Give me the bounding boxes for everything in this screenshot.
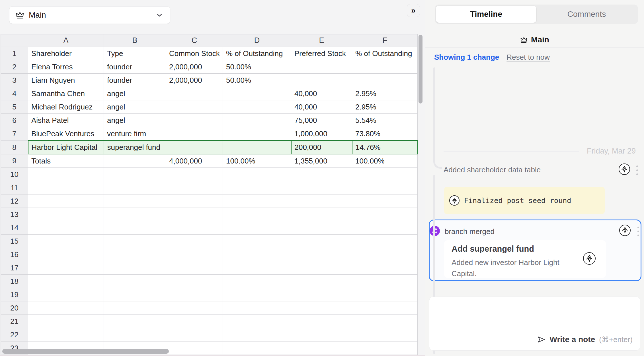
row-number[interactable]: 1 (1, 47, 28, 60)
tab-timeline[interactable]: Timeline (436, 6, 536, 23)
cell[interactable] (223, 114, 291, 127)
cell[interactable] (223, 208, 291, 221)
collapse-panel-button[interactable]: » (407, 4, 420, 17)
cell[interactable] (352, 315, 418, 328)
cell[interactable] (104, 315, 166, 328)
cell[interactable] (291, 208, 352, 221)
cell[interactable] (291, 248, 352, 261)
cell[interactable] (352, 275, 418, 288)
cell[interactable] (223, 87, 291, 100)
cell[interactable] (223, 100, 291, 114)
cell[interactable]: 5.54% (352, 114, 418, 127)
cell[interactable] (104, 181, 166, 194)
cell[interactable] (28, 221, 104, 235)
cell[interactable]: angel (104, 100, 166, 114)
cell[interactable]: % of Outstanding (352, 47, 418, 60)
row-number[interactable]: 9 (1, 154, 28, 168)
cell[interactable] (223, 315, 291, 328)
cell[interactable] (352, 74, 418, 87)
cell[interactable] (352, 301, 418, 315)
cell[interactable] (166, 194, 223, 208)
grid-corner-cell[interactable] (1, 34, 28, 47)
cell[interactable] (104, 288, 166, 301)
cell[interactable] (104, 194, 166, 208)
row-number[interactable]: 16 (1, 248, 28, 261)
cell[interactable] (28, 168, 104, 181)
cell[interactable] (223, 127, 291, 141)
cell[interactable]: Samantha Chen (28, 87, 104, 100)
cell[interactable]: Harbor Light Capital (28, 140, 104, 154)
cell[interactable]: 4,000,000 (166, 154, 223, 168)
cell[interactable] (104, 154, 166, 168)
cell[interactable] (104, 275, 166, 288)
cell[interactable] (291, 168, 352, 181)
cell[interactable] (223, 328, 291, 341)
cell[interactable] (352, 181, 418, 194)
row-number[interactable]: 13 (1, 208, 28, 221)
cell[interactable] (28, 261, 104, 275)
cell[interactable] (291, 275, 352, 288)
cell[interactable] (352, 288, 418, 301)
cell[interactable]: venture firm (104, 127, 166, 141)
row-number[interactable]: 10 (1, 168, 28, 181)
cell[interactable] (166, 221, 223, 235)
cell[interactable]: 50.00% (223, 60, 291, 74)
cell[interactable] (166, 341, 223, 355)
row-number[interactable]: 6 (1, 114, 28, 127)
horizontal-scrollbar[interactable] (2, 349, 169, 354)
cell[interactable]: 200,000 (291, 140, 352, 154)
vertical-scrollbar[interactable] (419, 35, 423, 104)
cell[interactable] (352, 221, 418, 235)
cell[interactable] (291, 261, 352, 275)
cell[interactable]: 100.00% (352, 154, 418, 168)
cell[interactable] (291, 301, 352, 315)
row-number[interactable]: 4 (1, 87, 28, 100)
branch-merged-card[interactable]: branch merged Add superangel fund Added … (429, 220, 641, 281)
cell[interactable] (166, 208, 223, 221)
cell[interactable] (104, 235, 166, 248)
timeline-note[interactable]: Finalized post seed round (444, 187, 605, 214)
more-options-button[interactable] (636, 165, 638, 175)
cell[interactable] (104, 301, 166, 315)
cell[interactable]: Preferred Stock (291, 47, 352, 60)
cell[interactable] (166, 288, 223, 301)
cell[interactable]: 40,000 (291, 100, 352, 114)
cell[interactable] (352, 168, 418, 181)
cell[interactable]: 100.00% (223, 154, 291, 168)
column-header[interactable]: D (223, 34, 291, 47)
note-composer-input[interactable]: Write a note (⌘+enter) (429, 297, 640, 351)
cell[interactable] (28, 248, 104, 261)
cell[interactable] (166, 181, 223, 194)
cell[interactable] (291, 315, 352, 328)
cell[interactable] (291, 60, 352, 74)
row-number[interactable]: 18 (1, 275, 28, 288)
cell[interactable] (104, 168, 166, 181)
cell[interactable] (104, 208, 166, 221)
row-number[interactable]: 22 (1, 328, 28, 341)
cell[interactable] (28, 301, 104, 315)
cell[interactable] (223, 140, 291, 154)
cell[interactable] (352, 194, 418, 208)
cell[interactable] (28, 235, 104, 248)
cell[interactable]: Type (104, 47, 166, 60)
cell[interactable] (223, 194, 291, 208)
cell[interactable] (223, 221, 291, 235)
cell[interactable]: founder (104, 74, 166, 87)
cell[interactable]: founder (104, 60, 166, 74)
branch-selector-dropdown[interactable]: Main (9, 6, 170, 24)
cell[interactable] (352, 60, 418, 74)
cell[interactable] (166, 328, 223, 341)
cell[interactable] (223, 235, 291, 248)
cell[interactable] (104, 328, 166, 341)
cell[interactable] (223, 168, 291, 181)
cell[interactable] (223, 248, 291, 261)
cell[interactable] (166, 248, 223, 261)
cell[interactable] (166, 301, 223, 315)
cell[interactable]: angel (104, 114, 166, 127)
cell[interactable] (166, 114, 223, 127)
cell[interactable] (291, 221, 352, 235)
cell[interactable] (28, 208, 104, 221)
cell[interactable] (28, 181, 104, 194)
cell[interactable] (166, 140, 223, 154)
cell[interactable]: 1,000,000 (291, 127, 352, 141)
